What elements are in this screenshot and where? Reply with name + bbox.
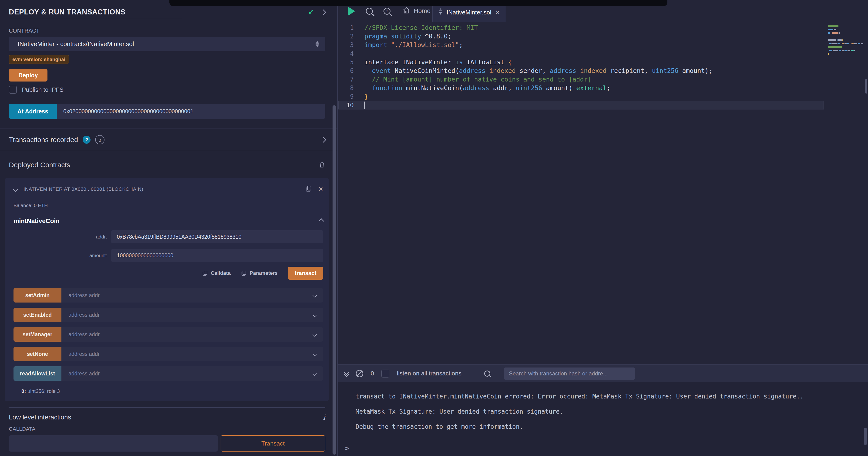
minimap-line [828,43,863,44]
low-level-info-icon[interactable]: i [323,413,325,421]
compile-success-check-icon: ✓ [308,7,315,17]
terminal-search-input[interactable] [504,368,635,380]
deploy-run-panel: DEPLOY & RUN TRANSACTIONS ✓ CONTRACT INa… [0,0,337,456]
active-tab-label: INativeMinter.sol [446,9,491,16]
line-number: 10 [338,102,365,109]
expand-function-chevron-icon[interactable] [312,293,317,297]
low-level-transact-button[interactable]: Transact [221,435,325,452]
zoom-in-icon[interactable]: + [383,8,391,15]
readAllowList-button[interactable]: readAllowList [13,366,61,381]
readAllowList-args-input[interactable]: address addr [61,366,323,381]
code-line-10[interactable]: 10 [338,101,824,110]
setNone-args-input[interactable]: address addr [61,347,323,361]
result-index: 0: [22,388,26,394]
line-number: 3 [338,41,365,49]
publish-ipfs-checkbox[interactable] [9,86,17,94]
expand-terminal-icon[interactable] [345,371,348,376]
solidity-icon [438,8,443,17]
result-value: uint256: role 3 [26,388,60,394]
setAdmin-args-input[interactable]: address addr [61,288,323,303]
setNone-button[interactable]: setNone [13,347,61,361]
input-placeholder: address addr [68,371,100,377]
listen-all-transactions-checkbox[interactable] [381,370,389,377]
transact-button[interactable]: transact [288,267,323,280]
minimap-line [828,32,863,34]
setEnabled-args-input[interactable]: address addr [61,308,323,322]
expand-function-chevron-icon[interactable] [312,313,317,317]
setAdmin-button[interactable]: setAdmin [13,288,61,303]
collapse-contract-chevron-icon[interactable] [12,186,18,192]
code-editor[interactable]: 1//SPDX-License-Identifier: MIT2pragma s… [338,22,868,110]
function-result: 0: uint256: role 3 [13,388,323,394]
setManager-args-input[interactable]: address addr [61,327,323,342]
code-line-1[interactable]: 1//SPDX-License-Identifier: MIT [338,23,824,32]
setEnabled-button[interactable]: setEnabled [13,308,61,322]
calldata-input[interactable] [9,435,218,452]
code-line-9[interactable]: 9} [338,92,824,101]
minimap-line [828,39,863,41]
home-icon [403,6,410,16]
copy-address-icon[interactable] [305,185,312,193]
transactions-recorded-label: Transactions recorded [9,136,78,144]
publish-ipfs-label: Publish to IPFS [22,86,64,93]
input-placeholder: address addr [68,351,100,357]
select-arrows-icon[interactable] [315,41,319,47]
expand-function-chevron-icon[interactable] [312,371,317,376]
code-line-4[interactable]: 4 [338,49,824,58]
editor-region: − + Home INativeMinter.sol ✕ 1//SPDX-Lic… [338,0,868,456]
setManager-button[interactable]: setManager [13,327,61,342]
code-text: import "./IAllowList.sol"; [365,41,463,49]
minimap-line [828,50,863,51]
terminal-log-line: transact to INativeMinter.mintNativeCoin… [355,389,868,404]
line-number: 8 [338,85,365,91]
evm-version-badge: evm version: shanghai [9,55,69,64]
addr-param-input[interactable] [111,230,323,244]
code-text: //SPDX-License-Identifier: MIT [365,24,478,31]
collapse-function-chevron-icon[interactable] [318,218,324,224]
left-panel-scrollbar[interactable] [333,105,336,455]
copy-parameters-button[interactable]: Parameters [241,270,278,276]
deployed-contract-card: INATIVEMINTER AT 0X020...00001 (BLOCKCHA… [5,178,329,401]
minimap-line [828,36,863,37]
amount-param-input[interactable] [111,249,323,262]
expand-function-chevron-icon[interactable] [312,332,317,337]
code-line-2[interactable]: 2pragma solidity ^0.8.0; [338,32,824,40]
copy-calldata-button[interactable]: Calldata [202,270,231,276]
terminal-log-line: MetaMask Tx Signature: User denied trans… [355,404,868,419]
collapse-panel-chevron-icon[interactable] [320,9,326,15]
code-line-5[interactable]: 5interface INativeMinter is IAllowList { [338,58,824,66]
expand-transactions-chevron-icon[interactable] [320,137,326,143]
contract-function-list: setAdminaddress addrsetEnabledaddress ad… [13,288,323,381]
title-underline [9,19,182,19]
close-tab-icon[interactable]: ✕ [495,9,500,16]
run-script-play-icon[interactable] [348,7,355,16]
expand-function-chevron-icon[interactable] [312,352,317,356]
remove-contract-icon[interactable]: ✕ [318,186,323,193]
page-title: DEPLOY & RUN TRANSACTIONS [9,8,125,16]
line-number: 9 [338,93,365,100]
code-line-7[interactable]: 7 // Mint [amount] number of native coin… [338,75,824,84]
tab-home[interactable]: Home [403,6,431,16]
terminal-prompt[interactable]: > [345,444,349,452]
at-address-button[interactable]: At Address [9,104,57,119]
contract-select-value: INativeMinter - contracts/INativeMinter.… [18,40,134,48]
code-line-6[interactable]: 6 event NativeCoinMinted(address indexed… [338,66,824,75]
low-level-title: Low level interactions [9,414,71,421]
code-line-3[interactable]: 3import "./IAllowList.sol"; [338,40,824,49]
info-icon[interactable]: i [95,135,104,144]
line-number: 2 [338,33,365,40]
function-row-readAllowList: readAllowListaddress addr [13,366,323,381]
at-address-input[interactable] [57,104,325,119]
code-text: pragma solidity ^0.8.0; [365,33,452,40]
minimap-line [828,57,863,58]
terminal-scrollbar[interactable] [864,428,867,445]
trash-icon[interactable] [318,161,325,169]
editor-scrollbar[interactable] [865,79,867,94]
editor-minimap[interactable] [828,25,863,60]
zoom-out-icon[interactable]: − [366,8,373,15]
clear-terminal-icon[interactable] [356,370,363,377]
contract-select[interactable]: INativeMinter - contracts/INativeMinter.… [9,37,325,51]
deploy-button[interactable]: Deploy [9,69,48,82]
function-row-setEnabled: setEnabledaddress addr [13,308,323,322]
code-line-8[interactable]: 8 function mintNativeCoin(address addr, … [338,84,824,92]
